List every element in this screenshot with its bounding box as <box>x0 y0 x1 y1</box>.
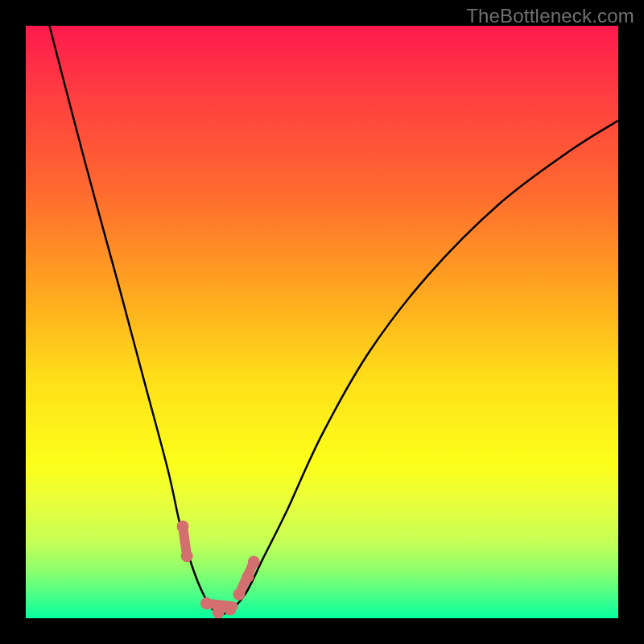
svg-point-1 <box>181 550 193 562</box>
chart-frame: TheBottleneck.com <box>0 0 644 644</box>
svg-point-6 <box>242 571 254 583</box>
watermark-text: TheBottleneck.com <box>466 5 634 27</box>
svg-point-4 <box>224 603 236 615</box>
svg-point-3 <box>213 606 225 618</box>
curve-svg <box>26 26 618 618</box>
plot-area <box>26 26 618 618</box>
bottleneck-curve <box>49 26 618 614</box>
svg-point-5 <box>233 588 245 601</box>
svg-point-0 <box>177 520 189 532</box>
svg-point-2 <box>200 597 213 609</box>
svg-point-7 <box>248 556 260 568</box>
